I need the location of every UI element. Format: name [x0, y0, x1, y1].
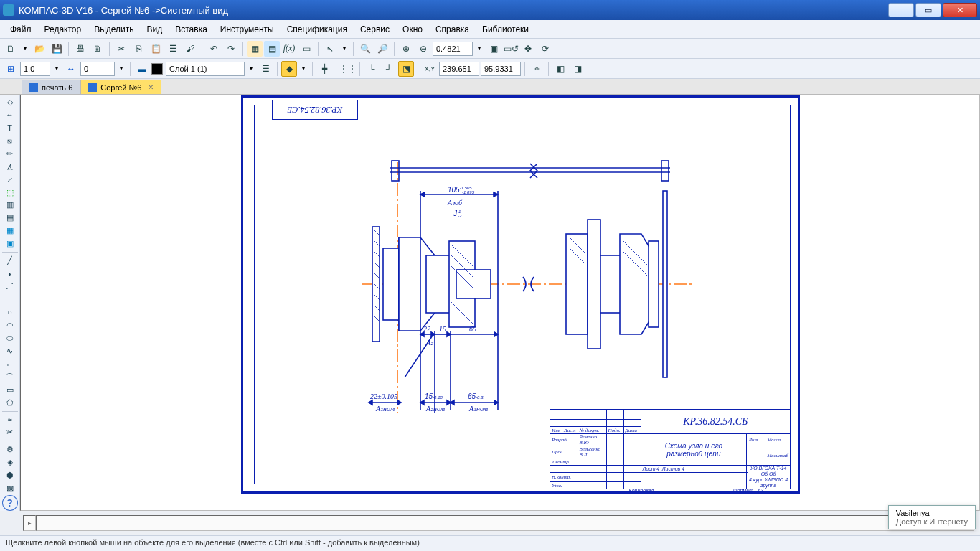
- menu-insert[interactable]: Вставка: [169, 22, 213, 37]
- zoom-prev-icon[interactable]: ▭↺: [503, 41, 519, 57]
- line-icon[interactable]: ╱: [2, 255, 18, 267]
- lang-indicator[interactable]: Vasilenya Доступ к Интернету: [888, 505, 976, 529]
- zoom-fit-icon[interactable]: ▣: [486, 41, 501, 57]
- layer-input[interactable]: [166, 62, 245, 76]
- pan-icon[interactable]: ✥: [520, 41, 536, 57]
- misc3-icon[interactable]: ▩: [2, 482, 18, 494]
- spline-icon[interactable]: ∿: [2, 345, 18, 357]
- sheet-icon[interactable]: ▦: [2, 225, 18, 237]
- command-input[interactable]: [36, 515, 974, 531]
- report-icon[interactable]: ▤: [2, 212, 18, 224]
- layer-color[interactable]: [151, 63, 163, 75]
- arc-icon[interactable]: ◠: [2, 319, 18, 331]
- measure-icon[interactable]: ⟋: [2, 174, 18, 186]
- drawing-canvas[interactable]: КР.36.82.54.СБ: [20, 95, 980, 511]
- brush-icon[interactable]: 🖌: [182, 41, 198, 57]
- print-preview-icon[interactable]: 🗎: [90, 41, 105, 57]
- step-dropdown[interactable]: ▾: [116, 65, 126, 72]
- local-cs-icon[interactable]: ⌖: [529, 61, 545, 77]
- rect-icon[interactable]: ▭: [2, 384, 18, 396]
- grid-dots-icon[interactable]: ⋮⋮: [340, 61, 356, 77]
- bolt-icon[interactable]: ⚙: [2, 443, 18, 456]
- bom-icon[interactable]: ▤: [264, 41, 280, 57]
- zoom-dropdown[interactable]: ▾: [474, 45, 484, 52]
- zoom-in-icon[interactable]: ⊕: [398, 41, 414, 57]
- zoom-out-icon[interactable]: ⊖: [415, 41, 431, 57]
- tab-print6[interactable]: печать 6: [22, 80, 80, 94]
- point-icon[interactable]: •: [2, 268, 18, 280]
- save-icon[interactable]: 💾: [49, 41, 65, 57]
- aux-line-icon[interactable]: ⋰: [2, 281, 18, 293]
- refresh-icon[interactable]: ⟳: [537, 41, 553, 57]
- menu-tools[interactable]: Инструменты: [215, 22, 280, 37]
- token2-icon[interactable]: ◨: [570, 61, 585, 77]
- snap-on-icon[interactable]: ◆: [281, 61, 297, 77]
- menu-select[interactable]: Выделить: [88, 22, 139, 37]
- menu-editor[interactable]: Редактор: [39, 22, 88, 37]
- close-tab-icon[interactable]: ✕: [148, 83, 154, 91]
- copy-icon[interactable]: ⎘: [131, 41, 146, 57]
- properties-icon[interactable]: ☰: [165, 41, 181, 57]
- menu-view[interactable]: Вид: [141, 22, 169, 37]
- cut-icon[interactable]: ✂: [113, 41, 129, 57]
- fillet-icon[interactable]: ⌒: [2, 371, 18, 383]
- zoom-value-input[interactable]: [433, 42, 473, 56]
- pointer-dropdown[interactable]: ▾: [339, 45, 349, 52]
- state-icon[interactable]: ▬: [134, 61, 150, 77]
- dim-icon[interactable]: ↔: [2, 109, 18, 121]
- ortho-x-icon[interactable]: └: [364, 61, 380, 77]
- undo-icon[interactable]: ↶: [206, 41, 222, 57]
- zoom-dyn-icon[interactable]: 🔎: [374, 41, 390, 57]
- param-icon[interactable]: ∡: [2, 161, 18, 173]
- vars-icon[interactable]: ▭: [298, 41, 314, 57]
- help-icon[interactable]: ?: [2, 495, 18, 511]
- scale-dropdown[interactable]: ▾: [52, 65, 62, 72]
- spec-icon[interactable]: ▦: [247, 41, 263, 57]
- fx-icon[interactable]: f(x): [281, 41, 297, 57]
- seg-icon[interactable]: —: [2, 293, 18, 306]
- print-icon[interactable]: 🖶: [72, 41, 88, 57]
- view-icon[interactable]: ▣: [2, 237, 18, 250]
- snap-dropdown[interactable]: ▾: [298, 65, 308, 72]
- center-icon[interactable]: ┿: [316, 61, 332, 77]
- menu-spec[interactable]: Спецификация: [281, 22, 353, 37]
- select-icon[interactable]: ⬚: [2, 187, 18, 199]
- menu-service[interactable]: Сервис: [354, 22, 395, 37]
- menu-file[interactable]: Файл: [4, 22, 37, 37]
- pointer-icon[interactable]: ↖: [322, 41, 338, 57]
- paste-icon[interactable]: 📋: [148, 41, 164, 57]
- circle-icon[interactable]: ○: [2, 306, 18, 319]
- coords-icon[interactable]: X,Y: [422, 61, 438, 77]
- ellipse-icon[interactable]: ⬭: [2, 332, 18, 344]
- layers-mgr-icon[interactable]: ☰: [258, 61, 273, 77]
- menu-help[interactable]: Справка: [430, 22, 475, 37]
- new-dropdown[interactable]: ▾: [20, 45, 30, 52]
- ortho-y-icon[interactable]: ┘: [381, 61, 397, 77]
- menu-libs[interactable]: Библиотеки: [476, 22, 534, 37]
- edit-icon[interactable]: ✏: [2, 148, 18, 160]
- trim-icon[interactable]: ✂: [2, 426, 18, 438]
- open-icon[interactable]: 📂: [32, 41, 47, 57]
- chamfer-icon[interactable]: ⌐: [2, 358, 18, 370]
- scale-input[interactable]: [20, 62, 50, 76]
- redo-icon[interactable]: ↷: [223, 41, 239, 57]
- spec-icon[interactable]: ▥: [2, 199, 18, 212]
- maximize-button[interactable]: ▭: [915, 3, 941, 17]
- geom-icon[interactable]: ◇: [2, 96, 18, 108]
- token1-icon[interactable]: ◧: [552, 61, 568, 77]
- hatch-icon[interactable]: ⧅: [2, 135, 18, 147]
- coord-x[interactable]: 239.651: [439, 62, 479, 76]
- menu-window[interactable]: Окно: [397, 22, 428, 37]
- coord-y[interactable]: 95.9331: [481, 62, 521, 76]
- misc1-icon[interactable]: ◈: [2, 456, 18, 468]
- zoom-window-icon[interactable]: 🔍: [357, 41, 373, 57]
- snap-grid-icon[interactable]: ⊞: [3, 61, 19, 77]
- step-icon[interactable]: ↔: [63, 61, 79, 77]
- step-input[interactable]: [80, 62, 115, 76]
- misc2-icon[interactable]: ⬢: [2, 469, 18, 481]
- close-button[interactable]: ✕: [943, 3, 977, 17]
- offset-icon[interactable]: ≈: [2, 414, 18, 426]
- minimize-button[interactable]: —: [888, 3, 914, 17]
- ortho-lock-icon[interactable]: ⬔: [398, 61, 414, 77]
- new-icon[interactable]: 🗋: [3, 41, 19, 57]
